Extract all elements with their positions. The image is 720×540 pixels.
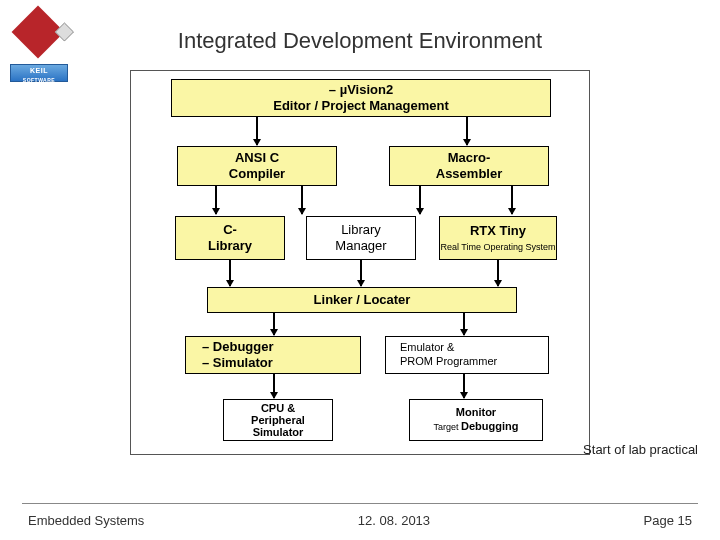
monitor-line2: Target Debugging [434, 420, 519, 434]
arrow-debugger-cpu [273, 374, 275, 398]
cpu-line1: CPU & [261, 402, 295, 414]
emulator-line2: PROM Programmer [400, 355, 497, 369]
box-rtx-tiny: RTX Tiny Real Time Operating System [439, 216, 557, 260]
clib-line2: Library [208, 238, 252, 254]
cpu-line3: Simulator [253, 426, 304, 438]
macro-line1: Macro- [448, 150, 491, 166]
arrow-ansi-clib [215, 186, 217, 214]
rtx-title: RTX Tiny [470, 223, 526, 239]
box-linker-locater: Linker / Locater [207, 287, 517, 313]
monitor-debugging: Debugging [461, 420, 518, 432]
footer-right: Page 15 [644, 513, 692, 528]
arrow-linker-debugger [273, 313, 275, 335]
macro-line2: Assembler [436, 166, 502, 182]
box-debugger-simulator: – Debugger – Simulator [185, 336, 361, 374]
arrow-clib-linker [229, 260, 231, 286]
debugger-line1: – Debugger [202, 339, 274, 355]
monitor-target: Target [434, 422, 462, 432]
arrow-linker-emulator [463, 313, 465, 335]
box-editor: – µVision2 Editor / Project Management [171, 79, 551, 117]
ansi-line1: ANSI C [235, 150, 279, 166]
logo-brand-text: KEIL [30, 67, 48, 74]
arrow-emulator-monitor [463, 374, 465, 398]
page-title: Integrated Development Environment [0, 0, 720, 54]
libmgr-line2: Manager [335, 238, 386, 254]
diagram-frame: – µVision2 Editor / Project Management A… [130, 70, 590, 455]
logo-brand: KEIL SOFTWARE [10, 64, 68, 82]
editor-line2: Editor / Project Management [273, 98, 449, 114]
arrow-libmgr-linker [360, 260, 362, 286]
box-ansi-compiler: ANSI C Compiler [177, 146, 337, 186]
footer: Embedded Systems 12. 08. 2013 Page 15 [0, 513, 720, 528]
side-note: Start of lab practical [583, 442, 698, 457]
arrow-ansi-libmgr [301, 186, 303, 214]
box-cpu-peripheral-simulator: CPU & Peripheral Simulator [223, 399, 333, 441]
editor-line1: – µVision2 [329, 82, 393, 98]
monitor-line1: Monitor [456, 406, 496, 420]
arrow-editor-macro [466, 117, 468, 145]
arrow-rtx-linker [497, 260, 499, 286]
footer-divider [22, 503, 698, 504]
clib-line1: C- [223, 222, 237, 238]
cpu-line2: Peripheral [251, 414, 305, 426]
libmgr-line1: Library [341, 222, 381, 238]
box-monitor-target-debugging: Monitor Target Debugging [409, 399, 543, 441]
box-library-manager: Library Manager [306, 216, 416, 260]
ansi-line2: Compiler [229, 166, 285, 182]
arrow-macro-libmgr [419, 186, 421, 214]
box-c-library: C- Library [175, 216, 285, 260]
logo: KEIL SOFTWARE [10, 6, 70, 82]
rtx-sub: Real Time Operating System [440, 242, 555, 253]
footer-center: 12. 08. 2013 [358, 513, 430, 528]
arrow-editor-ansi [256, 117, 258, 145]
footer-left: Embedded Systems [28, 513, 144, 528]
arrow-macro-rtx [511, 186, 513, 214]
logo-brand-sub: SOFTWARE [23, 77, 55, 83]
emulator-line1: Emulator & [400, 341, 454, 355]
logo-mark-icon [12, 6, 65, 59]
debugger-line2: – Simulator [202, 355, 273, 371]
box-macro-assembler: Macro- Assembler [389, 146, 549, 186]
box-emulator-prom: Emulator & PROM Programmer [385, 336, 549, 374]
linker-text: Linker / Locater [314, 292, 411, 308]
